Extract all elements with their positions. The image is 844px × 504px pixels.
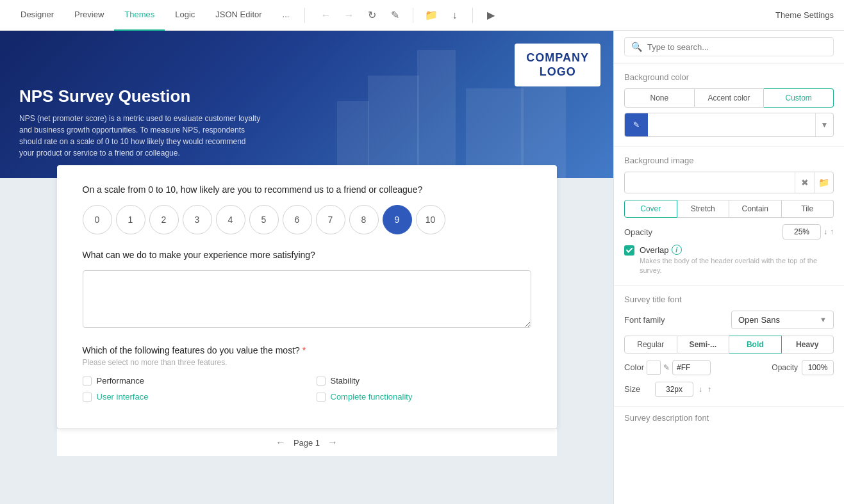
tab-themes[interactable]: Themes [114, 0, 165, 31]
checkbox-box-stability[interactable] [317, 377, 326, 386]
open-textarea[interactable] [83, 270, 531, 328]
save-button[interactable]: ↓ [444, 5, 465, 26]
open-button[interactable]: 📁 [421, 5, 442, 26]
font-color-edit-icon[interactable]: ✎ [663, 363, 670, 372]
checkbox-label-performance: Performance [97, 376, 144, 386]
size-down[interactable]: ↓ [699, 385, 702, 394]
nps-scale: 0 1 2 3 4 5 6 7 8 9 10 [83, 205, 531, 234]
bg-image-upload[interactable]: 📁 [814, 172, 833, 193]
opacity-up[interactable]: ↑ [830, 227, 834, 236]
preview-button[interactable]: ▶ [481, 5, 501, 26]
font-family-label: Font family [624, 315, 665, 325]
bg-image-section: Background image https://api.surveyjs.io… [614, 147, 844, 286]
size-value: 32px [655, 382, 693, 397]
nps-6[interactable]: 6 [283, 205, 312, 234]
fit-contain[interactable]: Contain [729, 200, 782, 218]
tab-logic[interactable]: Logic [165, 0, 205, 31]
paint-button[interactable]: ✎ [385, 5, 405, 26]
check-icon [626, 248, 633, 253]
weight-bold[interactable]: Bold [729, 336, 782, 354]
opacity-value-row: 25% ↓ ↑ [782, 224, 834, 240]
desc-font-section: Survey description font [614, 407, 844, 429]
main-area: COMPANY LOGO NPS Survey Question NPS (ne… [0, 31, 844, 504]
undo-button[interactable]: ← [315, 5, 336, 26]
nps-2[interactable]: 2 [149, 205, 179, 234]
nav-actions: ← → ↻ ✎ 📁 ↓ ▶ [315, 5, 501, 26]
checkbox-ui[interactable]: User interface [83, 392, 297, 402]
checkbox-question-text: Which of the following features do you v… [83, 345, 531, 355]
opacity-down[interactable]: ↓ [823, 227, 827, 236]
nps-3[interactable]: 3 [183, 205, 212, 234]
nav-divider2 [413, 8, 413, 23]
col-color: Color ✎ #FF [624, 360, 766, 375]
panel-scroll: Background color None Accent color Custo… [614, 63, 844, 504]
checkbox-label-ui: User interface [97, 392, 149, 402]
bg-image-clear[interactable]: ✖ [795, 172, 814, 193]
checkbox-performance[interactable]: Performance [83, 376, 297, 386]
bg-color-custom[interactable]: Custom [764, 88, 834, 108]
checkbox-box-ui[interactable] [83, 393, 92, 402]
fit-stretch[interactable]: Stretch [677, 200, 730, 218]
bg-color-none[interactable]: None [624, 88, 695, 108]
search-input[interactable] [647, 42, 827, 52]
font-family-select[interactable]: Open Sans ▼ [731, 311, 834, 329]
overlap-label: Overlap i [640, 245, 834, 255]
refresh-button[interactable]: ↻ [361, 5, 382, 26]
nps-4[interactable]: 4 [216, 205, 245, 234]
checkbox-box-performance[interactable] [83, 377, 92, 386]
weight-heavy[interactable]: Heavy [782, 336, 834, 354]
font-opacity-label: Opacity [772, 363, 798, 372]
overlap-row: Overlap i Makes the body of the header o… [624, 245, 834, 276]
checkbox-sublabel: Please select no more than three feature… [83, 358, 531, 367]
bg-image-url-input[interactable]: https://api.surveyjs.io/private/Sur... [625, 178, 795, 187]
checkbox-complete[interactable]: Complete functionality [317, 392, 531, 402]
size-up[interactable]: ↑ [707, 385, 711, 394]
bg-color-section: Background color None Accent color Custo… [614, 63, 844, 147]
tab-more[interactable]: ... [272, 0, 300, 31]
bg-image-title: Background image [624, 156, 834, 165]
color-swatch[interactable]: ✎ [625, 113, 648, 136]
bg-color-title: Background color [624, 72, 834, 82]
bg-image-row: https://api.surveyjs.io/private/Sur... ✖… [624, 172, 834, 193]
tab-designer[interactable]: Designer [10, 0, 64, 31]
nps-7[interactable]: 7 [316, 205, 345, 234]
open-question: What can we do to make your experience m… [83, 250, 531, 330]
nps-1[interactable]: 1 [116, 205, 145, 234]
nps-8[interactable]: 8 [349, 205, 379, 234]
color-hex-input[interactable]: #2F5ABC [648, 120, 815, 130]
overlap-checkbox[interactable] [624, 245, 634, 256]
bg-color-accent[interactable]: Accent color [695, 88, 765, 108]
nps-9[interactable]: 9 [383, 205, 412, 234]
info-icon[interactable]: i [672, 245, 682, 255]
fit-cover[interactable]: Cover [624, 200, 677, 218]
tab-preview[interactable]: Preview [64, 0, 114, 31]
survey-desc: NPS (net promoter score) is a metric use… [19, 113, 263, 159]
nps-5[interactable]: 5 [249, 205, 279, 234]
nps-10[interactable]: 10 [416, 205, 445, 234]
overlap-desc: Makes the body of the header overlaid wi… [640, 256, 834, 276]
color-dropdown[interactable]: ▼ [815, 113, 833, 136]
checkbox-label-stability: Stability [331, 376, 360, 386]
tab-json-editor[interactable]: JSON Editor [205, 0, 272, 31]
nps-question: On a scale from 0 to 10, how likely are … [83, 184, 531, 234]
prev-page-button[interactable]: ← [276, 437, 286, 448]
color-label: Color [624, 362, 644, 372]
page-label: Page 1 [294, 438, 320, 448]
weight-regular[interactable]: Regular [624, 336, 677, 354]
theme-settings-title: Theme Settings [775, 10, 834, 20]
next-page-button[interactable]: → [327, 437, 338, 448]
fit-tile[interactable]: Tile [782, 200, 834, 218]
checkbox-stability[interactable]: Stability [317, 376, 531, 386]
redo-button[interactable]: → [338, 5, 359, 26]
pencil-icon: ✎ [633, 120, 640, 129]
font-color-swatch[interactable] [647, 361, 661, 375]
top-nav: Designer Preview Themes Logic JSON Edito… [0, 0, 844, 31]
font-family-row: Font family Open Sans ▼ [624, 311, 834, 329]
open-question-text: What can we do to make your experience m… [83, 250, 531, 260]
weight-semi[interactable]: Semi-... [677, 336, 730, 354]
checkbox-box-complete[interactable] [317, 393, 326, 402]
font-color-hex: #FF [672, 360, 711, 375]
survey-body: On a scale from 0 to 10, how likely are … [57, 165, 557, 428]
nps-0[interactable]: 0 [83, 205, 112, 234]
color-opacity-row: Color ✎ #FF Opacity 100% [624, 360, 834, 375]
